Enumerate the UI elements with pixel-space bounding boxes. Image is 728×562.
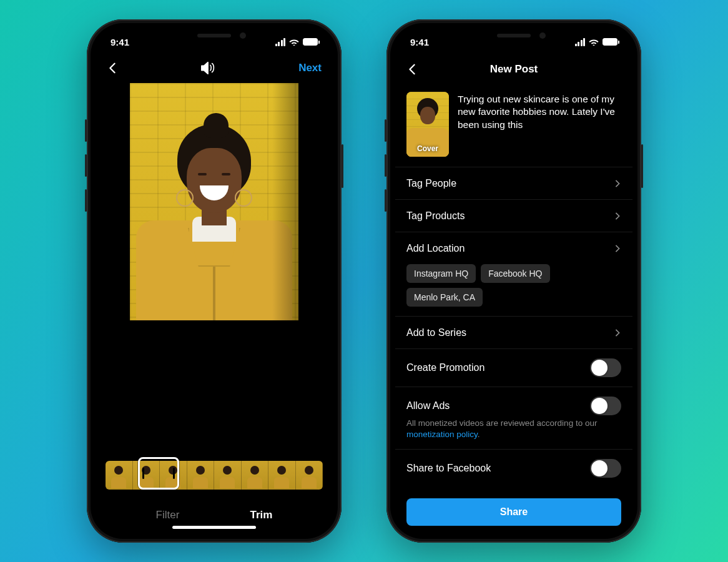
toggle-share-facebook[interactable] [590,459,621,478]
nav-bar: Next [96,56,333,83]
trim-timeline[interactable] [106,459,323,491]
next-button[interactable]: Next [298,62,322,74]
row-share-facebook: Share to Facebook [395,449,632,487]
back-icon[interactable] [406,64,418,75]
row-label: Add Location [406,243,465,254]
page-title: New Post [490,63,538,76]
sound-icon[interactable] [200,61,217,75]
row-label: Tag Products [406,210,465,222]
location-chip[interactable]: Menlo Park, CA [406,288,483,307]
allow-ads-subtext: All monetized videos are reviewed accord… [406,418,621,440]
chevron-right-icon [614,180,621,187]
battery-icon [603,38,617,46]
notch [455,28,573,47]
status-time: 9:41 [410,37,429,47]
screen-video-edit: 9:41 Next [96,28,333,534]
cover-thumbnail[interactable]: Cover [406,92,449,157]
status-time: 9:41 [111,37,129,47]
toggle-create-promotion[interactable] [590,358,621,377]
video-preview[interactable] [96,83,333,402]
row-allow-ads: Allow Ads All monetized videos are revie… [395,387,632,449]
video-frame [130,83,298,320]
compose-area: Cover Trying out new skincare is one of … [395,83,632,167]
tab-filter[interactable]: Filter [156,509,180,521]
notch [155,28,273,47]
row-label: Add to Series [406,327,466,338]
phone-left: 9:41 Next [87,19,342,543]
status-indicators [275,38,318,46]
cellular-icon [275,38,286,46]
monetization-policy-link[interactable]: monetization policy [406,430,478,439]
row-add-to-series[interactable]: Add to Series [395,316,632,348]
row-label: Share to Facebook [406,463,491,474]
cover-label: Cover [406,144,449,153]
trim-selection-handle[interactable] [138,457,179,490]
chevron-right-icon [614,212,621,220]
row-label: Create Promotion [406,362,485,373]
row-label: Tag People [406,178,456,189]
row-tag-products[interactable]: Tag Products [395,199,632,232]
edit-tabs: Filter Trim [96,491,333,521]
row-label: Allow Ads [406,400,450,412]
tab-trim[interactable]: Trim [250,509,273,521]
toggle-allow-ads[interactable] [590,397,621,415]
battery-icon [303,38,318,46]
wifi-icon [589,38,599,46]
chevron-right-icon [614,245,621,252]
location-chip[interactable]: Instagram HQ [406,264,476,283]
screen-new-post: 9:41 New Post Cover Trying out new skinc… [395,28,632,534]
nav-bar: New Post [395,56,632,83]
back-icon[interactable] [107,62,118,74]
row-add-location[interactable]: Add Location [395,232,632,264]
row-create-promotion: Create Promotion [395,348,632,387]
save-as-draft-button[interactable]: Save as Draft [395,526,632,534]
location-chip[interactable]: Facebook HQ [481,264,549,283]
phone-right: 9:41 New Post Cover Trying out new skinc… [386,19,641,543]
home-indicator[interactable] [172,526,256,529]
share-button[interactable]: Share [406,498,621,526]
row-tag-people[interactable]: Tag People [395,167,632,199]
chevron-right-icon [614,329,621,337]
caption-input[interactable]: Trying out new skincare is one of my new… [458,92,621,157]
location-suggestions: Instagram HQ Facebook HQ Menlo Park, CA [395,264,632,316]
wifi-icon [289,38,299,46]
cellular-icon [575,38,586,46]
status-indicators [575,38,618,46]
